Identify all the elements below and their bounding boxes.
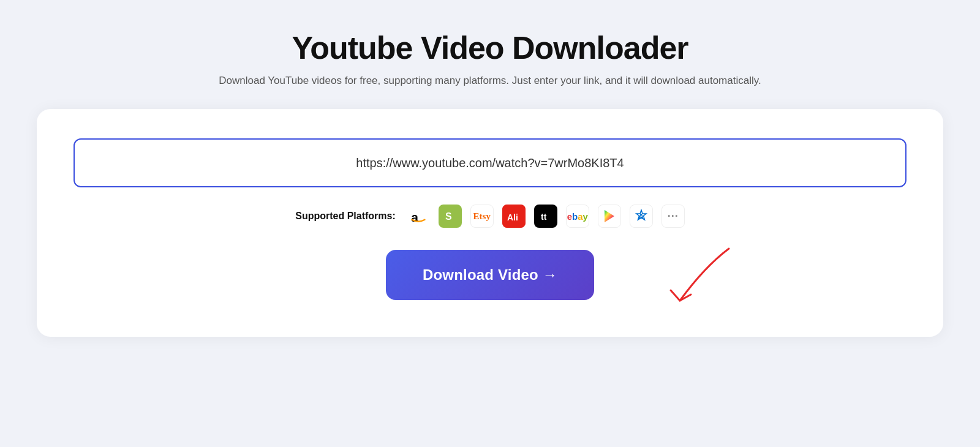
platform-google-play-icon — [598, 205, 621, 228]
platform-amazon-icon: a — [407, 205, 430, 228]
arrow-annotation — [655, 242, 753, 318]
url-input[interactable] — [74, 138, 907, 187]
platform-ebay-icon: ebay — [566, 205, 589, 228]
platform-shopify-icon: S — [439, 205, 462, 228]
platform-tiktok-icon: tt — [534, 205, 557, 228]
svg-text:a: a — [411, 210, 418, 224]
platform-more-icon: ··· — [662, 205, 685, 228]
svg-marker-5 — [605, 210, 614, 222]
page-title: Youtube Video Downloader — [292, 29, 688, 66]
page-subtitle: Download YouTube videos for free, suppor… — [219, 75, 761, 87]
platforms-row: Supported Platforms: a S Etsy Ali — [295, 205, 685, 228]
platform-aliexpress-icon: Ali — [502, 205, 526, 228]
platform-appstore-icon: A — [630, 205, 653, 228]
main-card: Supported Platforms: a S Etsy Ali — [37, 109, 943, 337]
platform-etsy-icon: Etsy — [470, 205, 494, 228]
svg-text:S: S — [445, 211, 452, 222]
svg-text:Ali: Ali — [507, 212, 518, 222]
svg-text:A: A — [638, 212, 644, 221]
svg-text:tt: tt — [541, 212, 547, 222]
platforms-label: Supported Platforms: — [295, 211, 396, 222]
download-video-button[interactable]: Download Video → — [386, 250, 594, 300]
